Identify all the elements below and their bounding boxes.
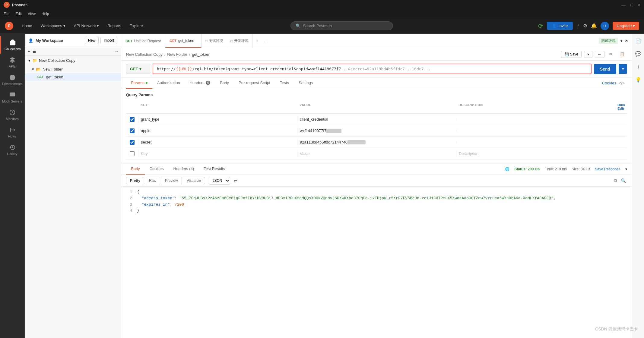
param-desc-empty[interactable]: Description: [456, 150, 615, 157]
format-pretty-btn[interactable]: Pretty: [126, 177, 144, 184]
tab-env-test[interactable]: □ 测试环境: [201, 34, 227, 48]
collection-item[interactable]: ▾ 📁 New Collection Copy: [25, 56, 121, 65]
sidebar-item-collections[interactable]: Collections: [0, 36, 24, 54]
search-response-button[interactable]: 🔍: [620, 177, 627, 184]
comment-icon[interactable]: 💬: [633, 49, 643, 58]
send-dropdown-button[interactable]: ▾: [619, 64, 627, 74]
sidebar-item-history[interactable]: History: [0, 141, 24, 159]
menu-help[interactable]: Help: [42, 12, 49, 16]
param-desc-2[interactable]: [456, 141, 615, 144]
nav-reports[interactable]: Reports: [105, 22, 124, 29]
sidebar-item-flows[interactable]: Flows: [0, 124, 24, 141]
save-button[interactable]: 💾 Save: [561, 51, 582, 58]
avatar[interactable]: U: [601, 22, 609, 30]
breadcrumb-collection[interactable]: New Collection Copy: [126, 52, 163, 57]
new-button[interactable]: New: [85, 37, 99, 44]
nav-api-network[interactable]: API Network ▾: [71, 22, 101, 29]
request-row[interactable]: GET get_token: [25, 73, 121, 81]
add-tab-button[interactable]: +: [252, 34, 262, 48]
param-checkbox-0[interactable]: [130, 117, 135, 122]
resp-tab-cookies[interactable]: Cookies: [145, 163, 169, 175]
breadcrumb-folder[interactable]: New Folder: [167, 52, 187, 57]
sidebar-item-monitors[interactable]: Monitors: [0, 106, 24, 124]
save-dropdown-button[interactable]: ▾: [584, 51, 592, 58]
tab-pre-request[interactable]: Pre-request Script: [234, 77, 275, 89]
param-key-2[interactable]: secret: [138, 139, 297, 146]
menu-file[interactable]: File: [4, 12, 9, 16]
tab-get-token[interactable]: GET get_token: [165, 34, 201, 48]
chevron-down-icon[interactable]: ▾: [625, 167, 627, 171]
env-selector[interactable]: 测试环境 ▾ 👁: [595, 34, 632, 48]
bulk-edit-btn[interactable]: Bulk Edit: [615, 102, 627, 112]
save-response-button[interactable]: Save Response: [595, 167, 620, 171]
param-value-1[interactable]: wxf14419077f7: [297, 127, 456, 134]
menu-view[interactable]: View: [28, 12, 36, 16]
param-value-0[interactable]: client_credential: [297, 116, 456, 123]
import-button[interactable]: Import: [100, 37, 117, 44]
tab-tests[interactable]: Tests: [275, 77, 294, 89]
resp-tab-body[interactable]: Body: [126, 163, 145, 175]
copy-icon[interactable]: 📋: [617, 51, 627, 58]
param-checkbox-empty[interactable]: [130, 151, 135, 156]
close-btn[interactable]: ×: [638, 2, 640, 7]
fork-icon[interactable]: ⑂: [576, 23, 579, 29]
nav-explore[interactable]: Explore: [127, 22, 145, 29]
format-visualize-btn[interactable]: Visualize: [183, 177, 205, 184]
resp-tab-test-results[interactable]: Test Results: [199, 163, 230, 175]
search-box[interactable]: 🔍 Search Postman: [290, 21, 393, 30]
tab-untitled-request[interactable]: GET Untitled Request: [121, 34, 165, 48]
lightbulb-icon[interactable]: 💡: [633, 75, 643, 84]
add-collection-icon[interactable]: +: [28, 49, 30, 54]
upgrade-button[interactable]: Upgrade ▾: [613, 22, 639, 30]
sync-icon[interactable]: ⟳: [538, 22, 543, 30]
cookies-link[interactable]: Cookies: [602, 81, 616, 85]
tab-authorization[interactable]: Authorization: [152, 77, 185, 89]
maximize-btn[interactable]: □: [630, 2, 633, 7]
tab-env-dev[interactable]: □ 开发环境: [227, 34, 252, 48]
eye-icon[interactable]: 👁: [625, 39, 628, 43]
doc-icon[interactable]: 📄: [633, 36, 643, 46]
invite-button[interactable]: 👤 Invite: [547, 22, 573, 30]
format-raw-btn[interactable]: Raw: [145, 177, 160, 184]
folder-row[interactable]: ▾ 📂 New Folder: [25, 65, 121, 73]
more-options-button[interactable]: ···: [595, 51, 604, 58]
format-type-select[interactable]: JSON XML HTML: [209, 177, 230, 185]
sidebar-item-mock-servers[interactable]: Mock Servers: [0, 89, 24, 106]
sidebar-item-apis[interactable]: APIs: [0, 54, 24, 71]
param-checkbox-1[interactable]: [130, 128, 135, 133]
tab-body[interactable]: Body: [215, 77, 234, 89]
method-select[interactable]: GET ▾: [126, 64, 150, 74]
nav-workspaces[interactable]: Workspaces ▾: [38, 22, 68, 29]
nav-home[interactable]: Home: [19, 22, 35, 29]
tab-params[interactable]: Params: [126, 77, 152, 89]
send-button[interactable]: Send: [594, 64, 616, 74]
filter-icon[interactable]: ☰: [33, 49, 36, 54]
code-view: 1 { 2 "access_token": "55_7CgJUBsXPzA6zE…: [121, 187, 632, 338]
edit-icon[interactable]: ✏: [607, 51, 615, 58]
format-preview-btn[interactable]: Preview: [161, 177, 182, 184]
sidebar-item-environments[interactable]: Environments: [0, 71, 24, 89]
history-icon: [9, 144, 16, 151]
param-checkbox-2[interactable]: [130, 140, 135, 145]
param-desc-1[interactable]: [456, 130, 615, 132]
more-tabs-button[interactable]: ···: [262, 34, 270, 48]
tab-headers[interactable]: Headers 6: [185, 77, 215, 89]
resp-tab-headers[interactable]: Headers (4): [169, 163, 199, 175]
menu-edit[interactable]: Edit: [15, 12, 22, 16]
settings-icon[interactable]: ⚙: [583, 23, 587, 29]
tab-settings[interactable]: Settings: [294, 77, 318, 89]
bell-icon[interactable]: 🔔: [591, 23, 597, 29]
url-input[interactable]: https://{{URL}}/cgi-bin/token?grant_type…: [153, 64, 592, 74]
minimize-btn[interactable]: —: [621, 2, 626, 7]
more-options-icon[interactable]: ···: [115, 49, 118, 54]
param-value-2[interactable]: 92a113bd4b5ffdc72144740: [297, 139, 456, 146]
code-icon[interactable]: </>: [616, 81, 627, 86]
param-key-empty[interactable]: Key: [138, 150, 297, 157]
param-key-1[interactable]: appid: [138, 127, 297, 134]
param-value-empty[interactable]: Value: [297, 150, 456, 157]
info-icon[interactable]: ℹ: [636, 62, 641, 71]
param-desc-0[interactable]: [456, 118, 615, 121]
param-key-0[interactable]: grant_type: [138, 116, 297, 123]
copy-response-button[interactable]: ⧉: [613, 177, 618, 185]
wrap-icon[interactable]: ⇌: [234, 178, 237, 183]
